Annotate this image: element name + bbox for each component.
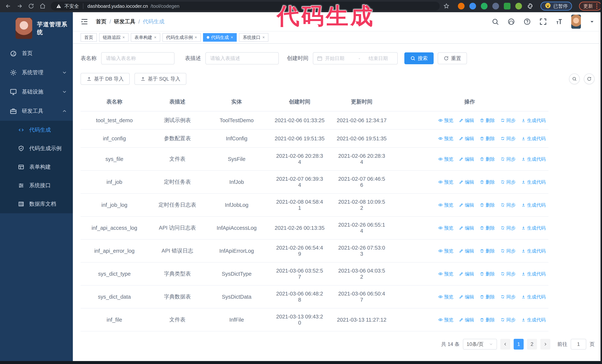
edit-action[interactable]: 编辑 [459,117,474,124]
import-db-button[interactable]: 基于 DB 导入 [81,73,130,85]
sidebar-subitem-4[interactable]: 数据库文档 [0,195,73,213]
date-range-picker[interactable]: 开始日期 - 结束日期 [313,52,398,64]
reset-button[interactable]: 重置 [438,52,467,64]
delete-action[interactable]: 删除 [480,271,495,277]
help-icon[interactable] [524,18,531,25]
update-button[interactable]: 更新 [579,2,602,10]
tab-5[interactable]: 系统接口× [239,33,269,42]
browser-menu-icon[interactable] [596,3,597,9]
end-date-placeholder[interactable]: 结束日期 [363,55,394,62]
sidebar-logo[interactable]: 芋道管理系统 [0,12,73,44]
table-name-input[interactable] [101,52,174,64]
extension-puzzle-icon[interactable] [527,3,533,10]
preview-action[interactable]: 预览 [438,202,453,208]
refresh-table-button[interactable] [584,73,595,84]
forward-icon[interactable] [15,1,24,11]
extension-green-bot-icon[interactable] [515,3,522,10]
close-icon[interactable]: × [231,35,233,40]
github-icon[interactable] [507,18,515,25]
extension-green-check-icon[interactable] [481,3,487,10]
delete-action[interactable]: 删除 [480,179,495,185]
edit-action[interactable]: 编辑 [459,135,474,142]
tab-4[interactable]: 代码生成× [203,33,237,42]
sidebar-subitem-3[interactable]: 系统接口 [0,176,73,195]
sidebar-subitem-2[interactable]: 表单构建 [0,158,73,176]
prev-page-button[interactable] [500,339,510,350]
delete-action[interactable]: 删除 [480,294,495,300]
url-host[interactable]: dashboard.yudao.iocoder.cn [87,3,148,9]
sync-action[interactable]: 同步 [501,271,516,277]
sync-action[interactable]: 同步 [501,294,516,300]
delete-action[interactable]: 删除 [480,248,495,254]
generate-code-action[interactable]: 生成代码 [521,135,546,142]
user-avatar[interactable] [571,15,581,29]
preview-action[interactable]: 预览 [438,248,453,254]
import-sql-button[interactable]: 基于 SQL 导入 [134,73,186,85]
close-icon[interactable]: × [154,35,157,40]
sidebar-item-3[interactable]: 研发工具 [0,102,73,121]
next-page-button[interactable] [540,339,550,350]
security-label[interactable]: 不安全 [64,3,79,10]
edit-action[interactable]: 编辑 [459,317,474,323]
sidebar-item-1[interactable]: 系统管理 [0,63,73,82]
tab-3[interactable]: 代码生成示例× [162,33,201,42]
extension-blue-gem-icon[interactable] [469,3,476,10]
page-number-2[interactable]: 2 [527,339,537,350]
page-number-1[interactable]: 1 [514,339,524,350]
hamburger-icon[interactable] [81,18,88,26]
sync-action[interactable]: 同步 [501,135,516,142]
close-icon[interactable]: × [262,35,265,40]
sync-action[interactable]: 同步 [501,317,516,323]
preview-action[interactable]: 预览 [438,117,453,124]
page-size-select[interactable]: 10条/页 [463,339,497,350]
delete-action[interactable]: 删除 [480,156,495,162]
edit-action[interactable]: 编辑 [459,294,474,300]
start-date-placeholder[interactable]: 开始日期 [325,55,356,62]
address-bar[interactable]: 不安全 dashboard.yudao.iocoder.cn/tool/code… [51,2,440,10]
search-icon[interactable] [492,18,499,25]
extension-on-badge-icon[interactable] [504,3,510,10]
preview-action[interactable]: 预览 [438,179,453,185]
delete-action[interactable]: 删除 [480,135,495,142]
delete-action[interactable]: 删除 [480,202,495,208]
preview-action[interactable]: 预览 [438,294,453,300]
goto-page-input[interactable] [571,339,586,350]
breadcrumb-home[interactable]: 首页 [96,18,107,25]
sync-action[interactable]: 同步 [501,117,516,124]
sync-action[interactable]: 同步 [501,179,516,185]
generate-code-action[interactable]: 生成代码 [521,225,546,231]
tab-1[interactable]: 链路追踪× [99,33,129,42]
generate-code-action[interactable]: 生成代码 [521,271,546,277]
generate-code-action[interactable]: 生成代码 [521,294,546,300]
generate-code-action[interactable]: 生成代码 [521,156,546,162]
table-desc-input[interactable] [205,52,279,64]
sync-action[interactable]: 同步 [501,202,516,208]
extension-orange-icon[interactable] [458,3,464,10]
sidebar-subitem-1[interactable]: 代码生成示例 [0,139,73,158]
paused-badge[interactable]: 已暂停 [540,2,572,10]
sidebar-item-0[interactable]: 首页 [0,44,73,63]
edit-action[interactable]: 编辑 [459,271,474,277]
caret-down-icon[interactable] [589,19,595,24]
delete-action[interactable]: 删除 [480,317,495,323]
home-icon[interactable] [38,1,47,11]
close-icon[interactable]: × [195,35,197,40]
close-icon[interactable]: × [122,35,125,40]
font-size-icon[interactable] [555,18,563,25]
reload-icon[interactable] [26,1,36,11]
tab-0[interactable]: 首页 [81,33,97,42]
sync-action[interactable]: 同步 [501,248,516,254]
show-search-toggle-button[interactable] [569,73,580,84]
edit-action[interactable]: 编辑 [459,248,474,254]
edit-action[interactable]: 编辑 [459,202,474,208]
delete-action[interactable]: 删除 [480,225,495,231]
sync-action[interactable]: 同步 [501,225,516,231]
sidebar-item-2[interactable]: 基础设施 [0,82,73,102]
bookmark-star-icon[interactable] [441,1,451,11]
generate-code-action[interactable]: 生成代码 [521,202,546,208]
fullscreen-icon[interactable] [539,18,547,25]
edit-action[interactable]: 编辑 [459,179,474,185]
generate-code-action[interactable]: 生成代码 [521,179,546,185]
edit-action[interactable]: 编辑 [459,225,474,231]
sidebar-subitem-0[interactable]: 代码生成 [0,121,73,139]
